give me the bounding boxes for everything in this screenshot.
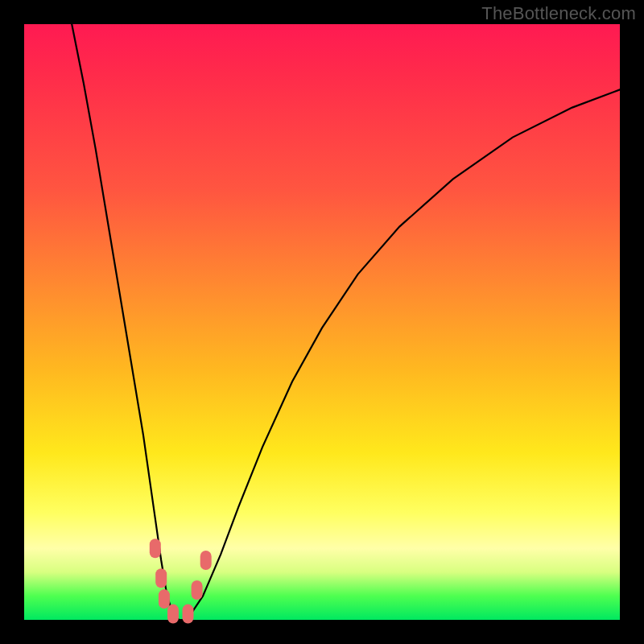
plot-area <box>24 24 620 620</box>
curve-marker <box>200 551 212 570</box>
curve-marker <box>155 568 167 588</box>
watermark-text: TheBottleneck.com <box>481 3 636 24</box>
curve-marker <box>150 539 161 558</box>
curve-marker <box>192 580 203 600</box>
chart-frame: TheBottleneck.com <box>0 0 644 644</box>
curve-marker <box>159 589 170 609</box>
marker-group <box>150 539 212 623</box>
curve-marker <box>183 605 194 624</box>
curve-layer <box>24 24 620 620</box>
bottleneck-curve-path <box>72 24 620 620</box>
curve-marker <box>167 605 179 624</box>
